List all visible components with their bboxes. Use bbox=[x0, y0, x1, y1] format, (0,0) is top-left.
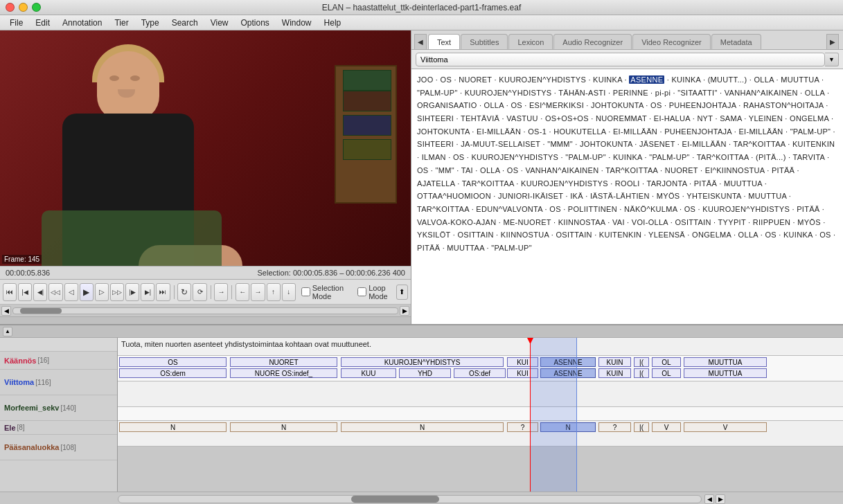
seg-paasana-paren[interactable]: |( bbox=[634, 422, 649, 432]
maximize-button[interactable] bbox=[32, 3, 41, 12]
kaannos-count: [16] bbox=[37, 357, 49, 364]
scroll-thumb[interactable] bbox=[20, 308, 62, 314]
collapse-button[interactable]: ▲ bbox=[3, 327, 12, 336]
dropdown-arrow[interactable]: ▼ bbox=[825, 53, 839, 66]
viittoma-dropdown[interactable]: Viittoma bbox=[416, 53, 825, 66]
menu-options[interactable]: Options bbox=[236, 17, 275, 29]
track-label-morfeemi: Morfeemi_sekv [140] bbox=[0, 395, 117, 421]
rewind-button[interactable]: ◁ bbox=[64, 283, 78, 301]
selection-mode-toggle[interactable]: Selection Mode bbox=[301, 284, 349, 300]
seg-paasana-n3[interactable]: N bbox=[341, 422, 504, 432]
tab-nav-left-button[interactable]: ◀ bbox=[414, 34, 427, 49]
seg-viittoma-muuttua1[interactable]: MUUTTUA bbox=[684, 357, 767, 367]
time-display-left: 00:00:05.836 bbox=[6, 269, 50, 277]
paasana-track[interactable]: N N N ? N ? |( V V bbox=[118, 421, 843, 447]
seg-viittoma-osdef[interactable]: OS:def bbox=[454, 368, 506, 378]
loop-mode-toggle[interactable]: Loop Mode bbox=[357, 284, 395, 300]
seg-viittoma-ol1[interactable]: OL bbox=[652, 357, 681, 367]
prev-annotation-button[interactable]: |◀ bbox=[18, 283, 32, 301]
ele-track[interactable] bbox=[118, 407, 843, 421]
main-area: Frame: 145 00:00:05.836 Selection: 00:00… bbox=[0, 30, 843, 324]
seg-viittoma-paren1[interactable]: |( bbox=[634, 357, 649, 367]
content-area[interactable]: JOO · OS · NUORET · KUUROJEN^YHDISTYS · … bbox=[411, 69, 843, 324]
tab-audio-recognizer[interactable]: Audio Recognizer bbox=[553, 34, 632, 49]
play-button[interactable]: ▶ bbox=[80, 283, 94, 301]
menu-edit[interactable]: Edit bbox=[30, 17, 55, 29]
seg-paasana-n1[interactable]: N bbox=[119, 422, 227, 432]
step-back-button[interactable]: ← bbox=[236, 283, 249, 301]
scroll-left-button[interactable]: ◀ bbox=[1, 306, 11, 316]
tab-lexicon[interactable]: Lexicon bbox=[508, 34, 553, 49]
seg-viittoma-kuu[interactable]: KUU bbox=[341, 368, 396, 378]
arrow-right-button[interactable]: → bbox=[214, 283, 228, 301]
close-button[interactable] bbox=[6, 3, 15, 12]
menu-tier[interactable]: Tier bbox=[109, 17, 134, 29]
seg-viittoma-paren2[interactable]: |( bbox=[634, 368, 649, 378]
horizontal-scroll-track[interactable] bbox=[118, 495, 702, 503]
track-label-kaannos: Käännös [16] bbox=[0, 352, 117, 370]
menu-annotation[interactable]: Annotation bbox=[57, 17, 107, 29]
menu-view[interactable]: View bbox=[205, 17, 234, 29]
seg-paasana-q2[interactable]: ? bbox=[598, 422, 631, 432]
seg-paasana-v2[interactable]: V bbox=[684, 422, 767, 432]
minimize-button[interactable] bbox=[19, 3, 28, 12]
seg-viittoma-kuin1[interactable]: KUIN bbox=[598, 357, 631, 367]
step-down-button[interactable]: ↓ bbox=[282, 283, 296, 301]
content-text-after: · KUINKA · (MUUTT...) · OLLA · MUUTTUA ·… bbox=[417, 75, 835, 252]
track-labels: Käännös [16] Viittoma [116] Morfeemi_sek… bbox=[0, 338, 118, 492]
menu-search[interactable]: Search bbox=[166, 17, 204, 29]
prev-frame-button[interactable]: ◀| bbox=[33, 283, 47, 301]
tab-text[interactable]: Text bbox=[428, 34, 460, 49]
highlighted-word: ASENNE bbox=[629, 75, 664, 84]
menu-file[interactable]: File bbox=[4, 17, 28, 29]
step-fwd-button[interactable]: → bbox=[251, 283, 265, 301]
volume-button[interactable]: ⬆ bbox=[396, 285, 408, 300]
seg-viittoma-ol2[interactable]: OL bbox=[652, 368, 681, 378]
slow-forward-button[interactable]: ▷▷ bbox=[110, 283, 124, 301]
seg-viittoma-nuoret[interactable]: NUORET bbox=[230, 357, 337, 367]
tab-nav-right-button[interactable]: ▶ bbox=[826, 34, 839, 49]
scroll-left-btn[interactable]: ◀ bbox=[704, 494, 714, 504]
go-start-button[interactable]: ⏮ bbox=[3, 283, 17, 301]
menu-window[interactable]: Window bbox=[276, 17, 317, 29]
paasana-count: [108] bbox=[61, 444, 76, 451]
scroll-track[interactable] bbox=[12, 307, 398, 314]
next-annotation-button[interactable]: ▶| bbox=[141, 283, 154, 301]
seg-paasana-v1[interactable]: V bbox=[652, 422, 681, 432]
toggle-rate-button[interactable]: ⟳ bbox=[193, 283, 206, 301]
morfeemi-name: Morfeemi_sekv bbox=[4, 404, 60, 412]
go-end-button[interactable]: ⏭ bbox=[156, 283, 170, 301]
seg-viittoma-kuin2[interactable]: KUIN bbox=[598, 368, 631, 378]
tab-video-recognizer[interactable]: Video Recognizer bbox=[632, 34, 711, 49]
frame-counter: Frame: 145 bbox=[2, 255, 42, 264]
selection-mode-checkbox[interactable] bbox=[301, 287, 310, 296]
bottom-section: ▲ Käännös [16] Viittoma [116] Morfeemi_s… bbox=[0, 324, 843, 504]
tab-metadata[interactable]: Metadata bbox=[711, 34, 761, 49]
bottom-scrollbar: ◀ ▶ bbox=[0, 492, 843, 504]
seg-paasana-n2[interactable]: N bbox=[230, 422, 337, 432]
video-frame bbox=[0, 30, 411, 266]
seg-viittoma-osdem[interactable]: OS:dem bbox=[119, 368, 227, 378]
viittoma-track[interactable]: OS NUORET KUUROJEN^YHDISTYS KUI ASENNE K… bbox=[118, 356, 843, 381]
translation-text: Tuota, miten nuorten asenteet yhdistysto… bbox=[121, 340, 371, 348]
next-frame-button[interactable]: |▶ bbox=[125, 283, 139, 301]
seg-viittoma-kuurojen[interactable]: KUUROJEN^YHDISTYS bbox=[341, 357, 504, 367]
track-content[interactable]: ▾000 00:00:03.000 00:00:04.000 00:00:05.… bbox=[118, 338, 843, 492]
loop-mode-checkbox[interactable] bbox=[357, 287, 366, 296]
morfeemi-track[interactable] bbox=[118, 381, 843, 407]
seg-viittoma-muuttua2[interactable]: MUUTTUA bbox=[684, 368, 767, 378]
step-up-button[interactable]: ↑ bbox=[267, 283, 281, 301]
scroll-right-btn[interactable]: ▶ bbox=[716, 494, 725, 504]
scroll-right-button[interactable]: ▶ bbox=[400, 306, 409, 316]
horizontal-scroll-thumb[interactable] bbox=[351, 496, 438, 503]
menu-help[interactable]: Help bbox=[319, 17, 347, 29]
translation-track: Tuota, miten nuorten asenteet yhdistysto… bbox=[118, 338, 843, 356]
slow-rewind-button[interactable]: ◁◁ bbox=[48, 283, 62, 301]
seg-viittoma-yhd[interactable]: YHD bbox=[399, 368, 451, 378]
seg-viittoma-nuore[interactable]: NUORE OS:indef_ bbox=[230, 368, 337, 378]
seg-viittoma-os[interactable]: OS bbox=[119, 357, 227, 367]
forward-button[interactable]: ▷ bbox=[95, 283, 109, 301]
menu-type[interactable]: Type bbox=[136, 17, 165, 29]
loop-section-button[interactable]: ↻ bbox=[177, 283, 191, 301]
tab-subtitles[interactable]: Subtitles bbox=[461, 34, 508, 49]
